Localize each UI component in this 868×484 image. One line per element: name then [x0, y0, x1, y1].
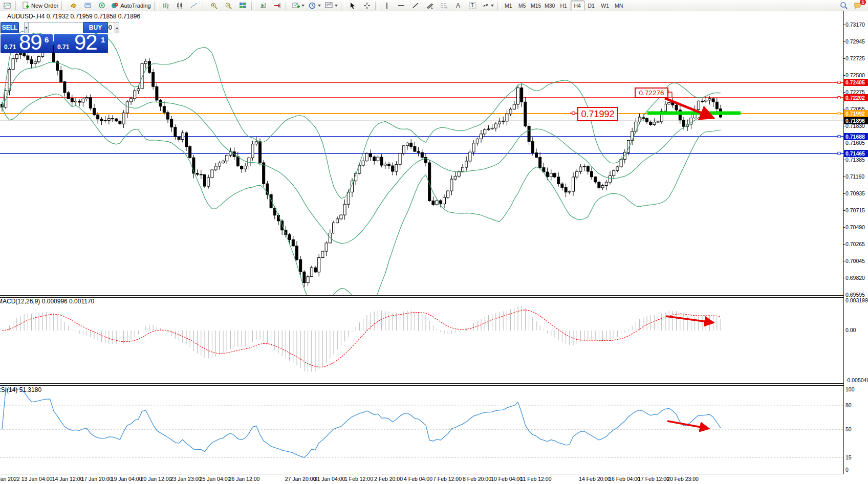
time-label: 11 Feb 12:00	[520, 476, 551, 482]
panel-separator-rsi[interactable]	[0, 383, 843, 386]
time-label: 14 Jan 12:00	[52, 476, 83, 482]
time-label: 10 Feb 04:00	[491, 476, 523, 482]
time-label: 8 Feb 20:00	[463, 476, 491, 482]
level-handle[interactable]	[838, 96, 840, 99]
price-badge-0.71896: 0.71896	[844, 117, 868, 124]
time-label: 27 Jan 20:00	[285, 476, 316, 482]
buy-button[interactable]: BUY	[83, 22, 108, 33]
rsi-axis-50: 50	[845, 426, 852, 432]
time-label: 17 Jan 20:00	[81, 476, 113, 482]
sell-price-pip: 6	[45, 35, 49, 44]
time-label: 23 Jan 23:00	[170, 476, 202, 482]
macd-axis-max: 0.003199	[845, 297, 868, 303]
volume-increase-button[interactable]: ▲	[115, 22, 119, 33]
resistance-annotation[interactable]: 0.72276	[635, 87, 668, 98]
macd-signal-line	[2, 310, 721, 367]
mt4-terminal: New Order AutoTrading	[0, 0, 868, 484]
sell-button[interactable]: SELL	[1, 22, 19, 33]
level-handle[interactable]	[838, 81, 840, 83]
trend-arrow-rsi[interactable]	[667, 421, 707, 428]
price-tick-0.71385: 0.71385	[845, 157, 865, 163]
price-tick-0.70490: 0.70490	[845, 224, 865, 230]
chart-canvas[interactable]	[0, 0, 868, 484]
support-annotation[interactable]: 0.71992	[577, 107, 618, 121]
price-tick-0.70045: 0.70045	[845, 258, 865, 264]
price-tick-0.69595: 0.69595	[845, 292, 865, 298]
rsi-label: RSI(14) 51.3180	[0, 386, 41, 393]
price-tick-0.72725: 0.72725	[845, 55, 865, 61]
buy-price-prefix: 0.71	[57, 43, 69, 51]
volume-decrease-button[interactable]: ▼	[24, 22, 29, 33]
time-label: 25 Jan 04:00	[200, 476, 231, 482]
level-handle[interactable]	[838, 135, 840, 138]
time-label: 2 Feb 20:00	[374, 476, 403, 482]
price-badge-0.71688: 0.71688	[844, 133, 868, 140]
time-label: 4 Feb 04:00	[404, 476, 432, 482]
rsi-line	[2, 389, 721, 458]
buy-price-main: 92	[74, 34, 97, 53]
time-label: 7 Feb 12:00	[433, 476, 462, 482]
price-tick-0.70935: 0.70935	[845, 190, 865, 196]
time-label: 31 Jan 04:00	[314, 476, 345, 482]
sell-price-display[interactable]: 0.71 89 6	[1, 34, 53, 53]
time-label: 20 Jan 12:00	[141, 476, 172, 482]
price-tick-0.70715: 0.70715	[845, 207, 865, 213]
level-handle[interactable]	[838, 152, 840, 155]
time-label: 13 Jan 04:00	[21, 476, 53, 482]
price-tick-0.71605: 0.71605	[845, 140, 865, 146]
price-tick-0.70265: 0.70265	[845, 241, 865, 247]
price-badge-0.71465: 0.71465	[844, 150, 868, 157]
bollinger-middle	[2, 62, 721, 244]
sell-price-prefix: 0.71	[4, 43, 16, 51]
price-tick-0.69820: 0.69820	[845, 275, 865, 281]
panel-separator-macd[interactable]	[0, 295, 843, 298]
price-tick-0.73170: 0.73170	[845, 21, 865, 28]
rsi-axis-100: 100	[845, 386, 855, 392]
price-tick-0.72500: 0.72500	[845, 72, 865, 78]
price-badge-0.72202: 0.72202	[844, 94, 868, 101]
time-label: 1 Feb 12:00	[344, 476, 373, 482]
time-label: 20 Feb 23:00	[667, 476, 699, 482]
time-label: 17 Feb 12:00	[638, 476, 669, 482]
price-badge-0.72405: 0.72405	[844, 79, 868, 86]
macd-axis-zero: 0.00	[845, 327, 856, 333]
time-label: 26 Jan 12:00	[229, 476, 260, 482]
rsi-axis-80: 80	[845, 402, 852, 408]
time-label: Jan 2022	[0, 476, 20, 482]
one-click-trading-panel: SELL ▼ ▲ BUY 0.71 89 6 0.71 92 1	[1, 22, 108, 53]
rsi-axis-15: 15	[845, 454, 852, 460]
buy-price-display[interactable]: 0.71 92 1	[54, 34, 108, 53]
rsi-axis-0: 0	[845, 467, 849, 473]
price-badge-0.71992: 0.71992	[844, 110, 868, 117]
candles	[1, 41, 722, 287]
level-handle[interactable]	[838, 112, 840, 115]
time-label: 16 Feb 04:00	[609, 476, 640, 482]
sell-price-main: 89	[19, 34, 42, 53]
bollinger-lower	[2, 94, 721, 313]
time-label: 19 Jan 04:00	[111, 476, 142, 482]
time-axis-separator	[0, 474, 843, 474]
buy-price-pip: 1	[101, 35, 105, 44]
green-level-bar[interactable]	[647, 112, 741, 115]
price-tick-0.72945: 0.72945	[845, 38, 865, 45]
macd-histogram	[2, 306, 721, 372]
price-tick-0.71160: 0.71160	[845, 173, 864, 180]
chart-title: AUDUSD-,H4 0.71932 0.71959 0.71858 0.718…	[7, 13, 140, 20]
macd-axis-min: -0.005049	[845, 377, 868, 383]
time-label: 14 Feb 20:00	[579, 476, 611, 482]
annotation-handle[interactable]	[572, 112, 575, 115]
macd-label: MACD(12,26,9) 0.000996 0.001170	[0, 298, 94, 305]
